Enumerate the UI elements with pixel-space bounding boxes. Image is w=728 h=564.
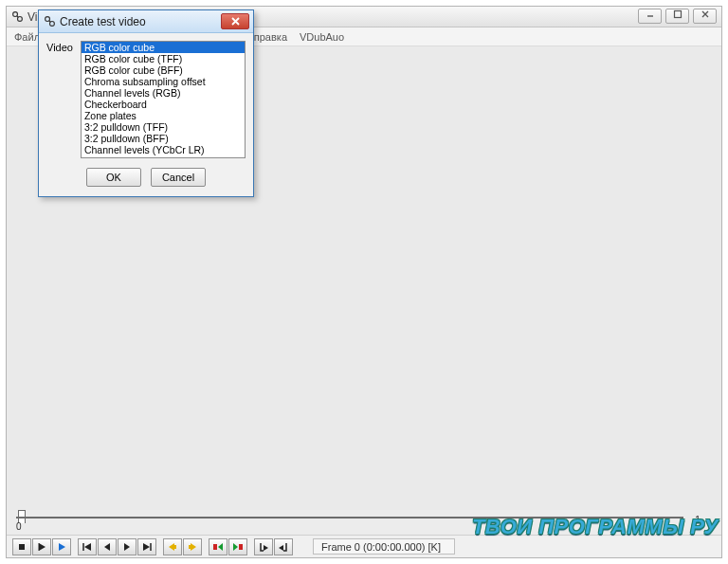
timeline[interactable]: 0 1: [7, 510, 721, 535]
stop-button[interactable]: [12, 538, 31, 555]
frame-status: Frame 0 (0:00:00.000) [K]: [313, 538, 455, 555]
svg-marker-7: [59, 543, 65, 551]
video-type-item[interactable]: Zone plates: [82, 110, 245, 121]
menu-file[interactable]: Файл: [14, 31, 40, 43]
svg-marker-11: [124, 543, 130, 551]
video-type-item[interactable]: RGB color cube (BFF): [82, 64, 245, 76]
dialog-title: Create test video: [60, 15, 146, 28]
play-input-button[interactable]: [32, 538, 51, 555]
svg-rect-21: [239, 544, 243, 550]
dialog-side-label: Video: [46, 41, 73, 53]
video-type-item[interactable]: 3:2 pulldown (BFF): [82, 133, 245, 144]
svg-rect-16: [189, 545, 191, 549]
svg-rect-15: [174, 545, 176, 549]
svg-rect-3: [674, 11, 681, 18]
dialog-icon: [44, 15, 56, 27]
svg-marker-10: [104, 543, 110, 551]
svg-marker-14: [169, 543, 174, 551]
svg-rect-18: [213, 544, 217, 550]
video-type-item[interactable]: Channel levels (YCbCr FR): [82, 155, 245, 158]
key-next-button[interactable]: [183, 538, 202, 555]
svg-marker-17: [191, 543, 196, 551]
go-start-button[interactable]: [78, 538, 97, 555]
svg-marker-22: [264, 545, 268, 551]
maximize-button[interactable]: [665, 9, 689, 24]
video-type-item[interactable]: Channel levels (RGB): [82, 87, 245, 99]
step-forward-button[interactable]: [118, 538, 136, 555]
video-type-item[interactable]: RGB color cube: [82, 42, 245, 53]
svg-marker-5: [39, 543, 46, 551]
step-back-button[interactable]: [98, 538, 117, 555]
svg-rect-4: [19, 544, 25, 550]
video-type-item[interactable]: 3:2 pulldown (TFF): [82, 121, 245, 133]
video-type-item[interactable]: RGB color cube (TFF): [82, 53, 245, 64]
timeline-track[interactable]: [16, 517, 683, 519]
go-end-button[interactable]: [137, 538, 156, 555]
app-icon: [11, 10, 24, 23]
dialog-title-bar[interactable]: Create test video: [39, 10, 253, 33]
cancel-button[interactable]: Cancel: [151, 168, 206, 187]
ok-button[interactable]: OK: [86, 168, 141, 187]
dialog-close-button[interactable]: [221, 13, 249, 29]
create-test-video-dialog: Create test video Video RGB color cubeRG…: [38, 9, 254, 197]
svg-marker-23: [279, 545, 283, 551]
video-type-list[interactable]: RGB color cubeRGB color cube (TFF)RGB co…: [81, 41, 246, 158]
app-title: Vi: [27, 10, 37, 24]
minimize-button[interactable]: [638, 9, 662, 24]
timeline-end-label: 1: [695, 514, 701, 525]
svg-marker-9: [84, 543, 91, 551]
video-type-item[interactable]: Channel levels (YCbCr LR): [82, 144, 245, 155]
video-type-item[interactable]: Chroma subsampling offset: [82, 76, 245, 87]
svg-marker-12: [143, 543, 150, 551]
transport-toolbar: Frame 0 (0:00:00.000) [K]: [7, 535, 721, 557]
menu-vdub[interactable]: VDubAuo: [300, 31, 344, 43]
svg-marker-20: [233, 543, 238, 551]
scene-prev-button[interactable]: [209, 538, 228, 555]
mark-in-button[interactable]: [254, 538, 273, 555]
close-button[interactable]: [693, 9, 717, 24]
play-output-button[interactable]: [52, 538, 71, 555]
key-prev-button[interactable]: [163, 538, 182, 555]
timeline-start-label: 0: [16, 521, 22, 532]
svg-marker-19: [218, 543, 223, 551]
mark-out-button[interactable]: [274, 538, 293, 555]
video-type-item[interactable]: Checkerboard: [82, 99, 245, 110]
scene-next-button[interactable]: [228, 538, 247, 555]
